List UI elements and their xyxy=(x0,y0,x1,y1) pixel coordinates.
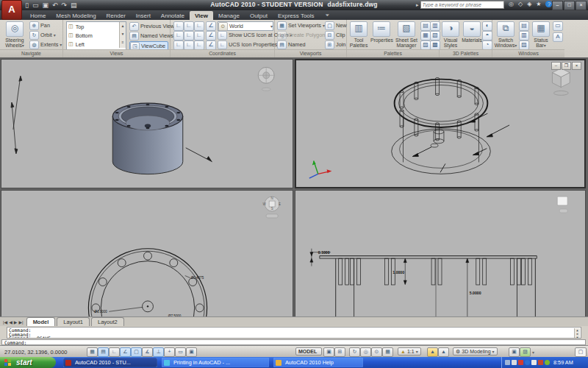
tab-view[interactable]: View xyxy=(190,11,213,20)
properties-palette-button[interactable]: ≔ Properties xyxy=(370,21,392,43)
sheet-set-manager-button[interactable]: ▧ Sheet Set Manager xyxy=(394,21,419,48)
status-tray-icon[interactable] xyxy=(545,360,550,365)
tab-manage[interactable]: Manage xyxy=(213,11,245,20)
search-icon[interactable]: ◎ xyxy=(509,1,514,7)
volume-tray-icon[interactable] xyxy=(505,360,510,365)
polar-toggle[interactable]: ∠ xyxy=(120,347,131,357)
quickcalc-icon[interactable]: ▧ xyxy=(430,31,440,40)
coordinate-readout[interactable]: 27.0102, 32.1396, 0.0000 xyxy=(4,349,68,355)
qp-toggle[interactable]: ▣ xyxy=(186,347,197,357)
advanced-render-icon[interactable]: ◓ xyxy=(482,31,492,40)
steering-wheels-button[interactable]: ◎ Steering Wheels▾ xyxy=(2,21,27,49)
ducs-toggle[interactable]: ⊥ xyxy=(153,347,164,357)
toolbar-lock-icon[interactable]: ▣ xyxy=(509,347,520,357)
ucs-world-dropdown[interactable]: ⊙World▾ xyxy=(218,21,273,31)
prev-tab-icon[interactable]: ◀ xyxy=(9,319,12,325)
viewcube-2d-widget[interactable] xyxy=(557,197,567,213)
start-button[interactable]: start xyxy=(0,357,56,368)
switch-windows-button[interactable]: ⧉ Switch Windows▾ xyxy=(494,21,517,49)
panel-label-navigate[interactable]: Navigate xyxy=(0,49,62,57)
drawing-close-button[interactable]: × xyxy=(572,62,581,70)
network-tray-icon[interactable] xyxy=(512,360,517,365)
ucs-move-icon[interactable]: ∠ xyxy=(206,31,216,40)
steeringwheel-tool-icon[interactable]: ⊙ xyxy=(371,347,382,357)
communication-center-icon[interactable]: ◈ xyxy=(527,1,531,7)
maximize-button[interactable]: □ xyxy=(564,1,575,10)
messenger-tray-icon[interactable] xyxy=(538,360,543,365)
named-views-button[interactable]: ▤Named Views xyxy=(129,32,173,40)
panel-label-coordinates[interactable]: Coordinates xyxy=(171,49,274,57)
panel-label-3d-palettes[interactable]: 3D Palettes xyxy=(440,49,492,57)
annotation-scale-button[interactable]: ▲ 1:1 ▾ xyxy=(398,347,421,355)
pan-button[interactable]: ⊕Pan xyxy=(29,21,50,29)
close-button[interactable]: × xyxy=(576,1,587,10)
favorites-icon[interactable]: ★ xyxy=(536,1,541,7)
materials-button[interactable]: ◒ Materials xyxy=(462,21,482,43)
views-list-item-top[interactable]: ◫Top xyxy=(67,22,126,31)
ortho-toggle[interactable]: ∟ xyxy=(109,347,120,357)
grid-toggle[interactable]: ▤ xyxy=(98,347,109,357)
drawing-status-icon[interactable]: ▭ xyxy=(553,21,563,31)
previous-view-button[interactable]: ↶Previous View xyxy=(129,22,174,30)
search-input[interactable] xyxy=(420,1,504,9)
tab-render[interactable]: Render xyxy=(101,11,131,20)
new-viewport-button[interactable]: ▢New xyxy=(325,21,347,29)
taskbar-item-help[interactable]: AutoCAD 2010 Help xyxy=(273,358,363,367)
zoom-tool-icon[interactable]: ◎ xyxy=(360,347,371,357)
tool-palettes-button[interactable]: ▥ Tool Palettes xyxy=(348,21,369,48)
next-tab-icon[interactable]: ▶ xyxy=(14,319,18,325)
drawing-minimize-button[interactable]: – xyxy=(551,62,561,70)
markup-icon[interactable]: ▦ xyxy=(420,31,431,40)
ucs-face-icon[interactable]: ∟ xyxy=(194,21,204,31)
workspace-switcher[interactable]: ⚙ 3D Modeling ▾ xyxy=(453,347,498,355)
views-list-scrollbar[interactable]: ▲▼≡ xyxy=(119,22,126,48)
tile-horizontal-icon[interactable]: ▤ xyxy=(519,21,529,31)
ucs-previous-icon[interactable]: ∟ xyxy=(184,21,194,31)
ribbon-minimize-icon[interactable]: ⏷ xyxy=(326,13,330,20)
ucs-origin-icon[interactable]: ∟ xyxy=(194,31,204,40)
clip-viewport-button[interactable]: ⊟Clip xyxy=(325,31,345,39)
viewcube-widget[interactable] xyxy=(552,68,570,96)
command-input[interactable]: Command: xyxy=(1,339,586,345)
snap-toggle[interactable]: ▦ xyxy=(87,347,98,357)
ucs-view-icon[interactable]: ∟ xyxy=(184,31,194,40)
create-polygonal-button[interactable]: ▱Create Polygonal xyxy=(277,31,329,39)
tab-annotate[interactable]: Annotate xyxy=(156,11,190,20)
viewport-top-left-3d-shaded[interactable] xyxy=(1,59,293,188)
taskbar-item-printing-help[interactable]: Printing in AutoCAD - ... xyxy=(162,358,269,367)
lwt-toggle[interactable]: ▭ xyxy=(175,347,186,357)
tab-insert[interactable]: Insert xyxy=(131,11,156,20)
tab-output[interactable]: Output xyxy=(245,11,273,20)
quick-view-drawings-icon[interactable]: ⊞ xyxy=(334,347,345,357)
taskbar-clock[interactable]: 8:59 AM xyxy=(553,359,573,366)
dashboard-icon[interactable]: ▤ xyxy=(420,21,431,31)
tile-vertical-icon[interactable]: ▥ xyxy=(519,31,529,40)
ucs-object-icon[interactable]: ∟ xyxy=(173,31,184,40)
infocenter-expand-icon[interactable]: ▸ xyxy=(416,2,419,8)
steering-wheel-widget[interactable] xyxy=(258,67,274,91)
viewport-top-right-wireframe[interactable]: – ❐ × xyxy=(295,59,586,188)
pan-tool-icon[interactable]: ↻ xyxy=(349,347,360,357)
ucs-named-icon[interactable]: ∠ xyxy=(206,21,216,31)
viewcube-compass-widget[interactable]: N S E W xyxy=(263,197,282,218)
render-palette-icon[interactable]: ◐ xyxy=(482,21,492,31)
orbit-button[interactable]: ↻Orbit▾ xyxy=(29,31,56,39)
command-history[interactable]: Command: Command: Command: _QSAVE ▲≡▼ xyxy=(7,327,581,339)
drawing-restore-button[interactable]: ❐ xyxy=(562,62,571,70)
dyn-toggle[interactable]: + xyxy=(164,347,175,357)
zoom-extents-button[interactable]: ◍Extents▾ xyxy=(29,40,62,49)
panel-label-viewports[interactable]: Viewports xyxy=(275,49,346,57)
panel-label-windows[interactable]: Windows xyxy=(492,49,564,57)
panel-label-palettes[interactable]: Palettes xyxy=(347,49,439,57)
otrack-toggle[interactable]: ∡ xyxy=(142,347,153,357)
antivirus-tray-icon[interactable] xyxy=(518,360,523,365)
first-tab-icon[interactable]: |◀ xyxy=(3,319,7,325)
text-window-icon[interactable]: A xyxy=(553,32,563,42)
ucs-icon-properties-button[interactable]: ∟UCS Icon Properties xyxy=(218,40,278,49)
visual-styles-button[interactable]: ◑ Visual Styles xyxy=(440,21,461,48)
application-menu-button[interactable]: A xyxy=(1,0,22,20)
status-bar-button[interactable]: ▦ Status Bar▾ xyxy=(531,21,551,49)
tab-home[interactable]: Home xyxy=(25,11,51,20)
clean-screen-button[interactable]: ▢ xyxy=(575,347,587,357)
autoscale-icon[interactable]: ▲ xyxy=(438,347,449,357)
